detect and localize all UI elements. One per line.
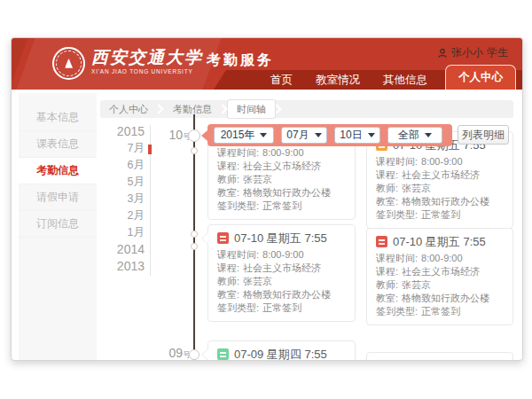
breadcrumb: 个人中心 考勤信息 时间轴 xyxy=(100,100,513,118)
app-window: 西安交通大学 XI'AN JIAO TONG UNIVERSITY 考勤服务 张… xyxy=(11,37,523,361)
list-detail-button[interactable]: 列表明细 xyxy=(458,125,509,145)
university-name-cn: 西安交通大学 xyxy=(91,46,203,67)
sidebar-item-basic-info[interactable]: 基本信息 xyxy=(19,105,97,131)
user-name: 张小小 xyxy=(451,45,483,60)
breadcrumb-personal-center[interactable]: 个人中心 xyxy=(100,100,157,118)
attendance-card: 课程时间:8:00-9:00 课程:社会主义市场经济 教师:张芸京 教室:格物致… xyxy=(207,140,356,220)
timeline-node xyxy=(191,231,198,238)
month-select[interactable]: 07月 xyxy=(281,127,327,144)
timeline-node xyxy=(191,243,198,250)
breadcrumb-attendance-info[interactable]: 考勤信息 xyxy=(164,100,221,118)
timeline-node xyxy=(189,349,200,360)
timeline-month-feb[interactable]: 2月 xyxy=(102,207,145,224)
timeline-month-mar[interactable]: 3月 xyxy=(102,191,145,207)
attendance-card: 07-10 星期五 7:55 课程时间:8:00-9:00 课程:社会主义市场经… xyxy=(366,228,513,325)
chevron-down-icon xyxy=(260,133,267,137)
year-select[interactable]: 2015年 xyxy=(214,127,274,144)
sidebar-item-subscription-info[interactable]: 订阅信息 xyxy=(19,211,97,238)
day-marker-09: 09号 xyxy=(159,345,191,361)
chevron-down-icon xyxy=(315,133,322,137)
selected-month-marker xyxy=(148,145,152,154)
card-date: 07-09 星期四 7:55 xyxy=(234,347,327,362)
card-date: 07-10 星期五 7:55 xyxy=(234,231,327,246)
app-header: 西安交通大学 XI'AN JIAO TONG UNIVERSITY 考勤服务 张… xyxy=(12,38,522,90)
day-marker-10: 10号 xyxy=(159,127,191,143)
sidebar-item-attendance-info[interactable]: 考勤信息 xyxy=(19,158,97,184)
university-logo xyxy=(52,47,85,80)
sidebar: 基本信息 课表信息 考勤信息 请假申请 订阅信息 xyxy=(19,93,97,360)
card-date: 07-10 星期五 7:55 xyxy=(393,234,486,250)
type-select[interactable]: 全部 xyxy=(387,127,442,144)
chevron-down-icon xyxy=(425,133,432,137)
timeline-year-2013[interactable]: 2013 xyxy=(102,258,145,275)
timeline-filter-bar: 2015年 07月 10日 全部 xyxy=(207,124,452,146)
attendance-card: 07-09 星期四 7:55 xyxy=(207,340,356,361)
sidebar-item-schedule-info[interactable]: 课表信息 xyxy=(19,131,97,158)
attendance-card-partial xyxy=(366,352,513,361)
attendance-status-icon xyxy=(217,348,229,360)
sidebar-item-leave-request[interactable]: 请假申请 xyxy=(19,184,97,211)
timeline-node xyxy=(188,129,200,142)
user-role: 学生 xyxy=(487,45,508,60)
main-nav: 首页 教室情况 其他信息 个人中心 xyxy=(259,66,515,90)
nav-item-other-info[interactable]: 其他信息 xyxy=(372,70,439,90)
timeline-month-jan[interactable]: 1月 xyxy=(102,224,145,241)
nav-item-personal-center-active[interactable]: 个人中心 xyxy=(446,66,515,90)
attendance-card: 07-10 星期五 7:55 课程时间:8:00-9:00 课程:社会主义市场经… xyxy=(207,224,356,322)
breadcrumb-timeline[interactable]: 时间轴 xyxy=(228,100,275,118)
user-menu[interactable]: 张小小 学生 xyxy=(437,45,508,60)
timeline-node xyxy=(191,147,198,154)
timeline-year-2015[interactable]: 2015 xyxy=(102,123,145,140)
timeline-month-may[interactable]: 5月 xyxy=(102,174,145,191)
attendance-status-icon xyxy=(376,236,387,247)
person-icon xyxy=(437,48,448,59)
timeline-year-list: 2015 7月 6月 5月 3月 2月 1月 2014 2013 xyxy=(102,123,145,275)
timeline-year-2014[interactable]: 2014 xyxy=(102,241,145,258)
university-name-en: XI'AN JIAO TONG UNIVERSITY xyxy=(91,68,203,74)
day-select[interactable]: 10日 xyxy=(334,127,380,144)
timeline-month-jun[interactable]: 6月 xyxy=(102,157,145,174)
nav-item-home[interactable]: 首页 xyxy=(259,70,304,90)
nav-item-classrooms[interactable]: 教室情况 xyxy=(304,70,372,90)
university-name: 西安交通大学 XI'AN JIAO TONG UNIVERSITY xyxy=(91,46,203,74)
chevron-down-icon xyxy=(368,133,375,137)
timeline-month-jul[interactable]: 7月 xyxy=(102,140,145,157)
attendance-status-icon xyxy=(217,232,229,244)
